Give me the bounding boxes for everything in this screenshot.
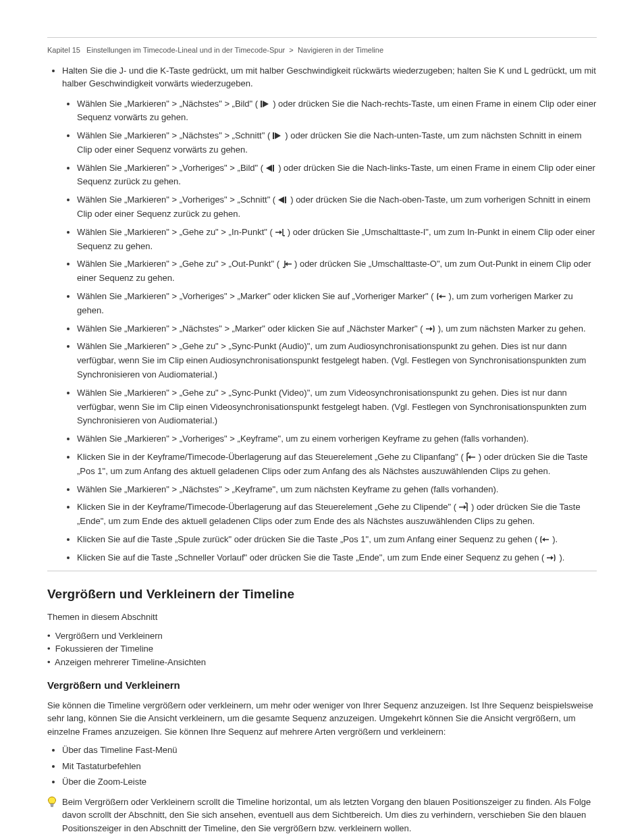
prev-edit-icon	[277, 195, 289, 205]
nav-bullet-13: Klicken Sie in der Keyframe/Timecode-Übe…	[77, 500, 597, 529]
toc-label: Themen in diesem Abschnitt	[47, 610, 597, 624]
goto-in-icon	[274, 228, 286, 237]
step-fwd-icon	[259, 99, 271, 109]
nav-bullet-7: Wählen Sie „Markieren" > „Nächstes" > „M…	[77, 322, 597, 336]
section2-title: Vergrößern und Verkleinern der Timeline	[47, 585, 597, 604]
section2-p1: Sie können die Timeline vergrößern oder …	[47, 699, 597, 739]
rewind-icon	[539, 535, 551, 544]
inner-list: Wählen Sie „Markieren" > „Nächstes" > „B…	[62, 97, 597, 565]
crumb-section: Einstellungen im Timecode-Lineal und in …	[86, 46, 285, 54]
nav-bullet-9: Wählen Sie „Markieren" > „Gehe zu" > „Sy…	[77, 386, 597, 428]
mid-rule	[47, 571, 597, 571]
tip-text: Beim Vergrößern oder Verkleinern scrollt…	[62, 796, 597, 834]
intro-item: Halten Sie die J- und die K-Taste gedrüc…	[62, 64, 597, 565]
svg-rect-0	[51, 804, 54, 805]
svg-rect-2	[51, 806, 53, 806]
nav-bullet-6: Wählen Sie „Markieren" > „Vorheriges" > …	[77, 290, 597, 318]
toc-3[interactable]: Anzeigen mehrerer Timeline-Ansichten	[55, 657, 206, 667]
zoom-method-1: Über das Timeline Fast-Menü	[62, 744, 597, 757]
toc-2[interactable]: Fokussieren der Timeline	[55, 644, 153, 654]
nav-bullet-5: Wählen Sie „Markieren" > „Gehe zu" > „Ou…	[77, 257, 597, 286]
zoom-method-2: Mit Tastaturbefehlen	[62, 760, 597, 773]
nav-bullet-0: Wählen Sie „Markieren" > „Nächstes" > „B…	[77, 97, 597, 126]
clip-start-icon	[465, 452, 477, 462]
prev-marker-icon	[435, 292, 448, 301]
outer-list: Halten Sie die J- und die K-Taste gedrüc…	[47, 64, 597, 565]
breadcrumb: Kapitel 15 Einstellungen im Timecode-Lin…	[47, 45, 597, 56]
subsection-title: Vergrößern und Verkleinern	[47, 678, 597, 694]
nav-bullet-15: Klicken Sie auf die Taste „Schneller Vor…	[77, 551, 597, 565]
svg-rect-1	[51, 805, 53, 806]
top-rule	[47, 37, 597, 38]
toc-1[interactable]: Vergrößern und Verkleinern	[55, 631, 163, 641]
intro-text: Halten Sie die J- und die K-Taste gedrüc…	[62, 66, 596, 89]
zoom-method-3: Über die Zoom-Leiste	[62, 775, 597, 789]
nav-bullet-3: Wählen Sie „Markieren" > „Vorheriges" > …	[77, 193, 597, 221]
lightbulb-icon	[47, 796, 57, 812]
nav-bullet-2: Wählen Sie „Markieren" > „Vorheriges" > …	[77, 161, 597, 190]
next-marker-icon	[425, 324, 437, 334]
goto-out-icon	[281, 259, 293, 269]
nav-bullet-4: Wählen Sie „Markieren" > „Gehe zu" > „In…	[77, 226, 597, 254]
nav-bullet-8: Wählen Sie „Markieren" > „Gehe zu" > „Sy…	[77, 340, 597, 382]
crumb-chapter: Kapitel 15	[47, 46, 80, 54]
next-edit-icon	[271, 131, 284, 140]
zoom-methods-list: Über das Timeline Fast-Menü Mit Tastatur…	[47, 744, 597, 789]
clip-end-icon	[458, 502, 470, 512]
nav-bullet-10: Wählen Sie „Markieren" > „Vorheriges" > …	[77, 432, 597, 446]
tip-row: Beim Vergrößern oder Verkleinern scrollt…	[47, 796, 597, 834]
step-back-icon	[265, 163, 277, 173]
nav-bullet-11: Klicken Sie in der Keyframe/Timecode-Übe…	[77, 450, 597, 479]
nav-bullet-12: Wählen Sie „Markieren" > „Nächstes" > „K…	[77, 483, 597, 497]
nav-bullet-1: Wählen Sie „Markieren" > „Nächstes" > „S…	[77, 129, 597, 157]
nav-bullet-14: Klicken Sie auf die Taste „Spule zurück"…	[77, 533, 597, 547]
ffwd-icon	[545, 553, 558, 563]
crumb-sub: Navigieren in der Timeline	[298, 46, 383, 54]
